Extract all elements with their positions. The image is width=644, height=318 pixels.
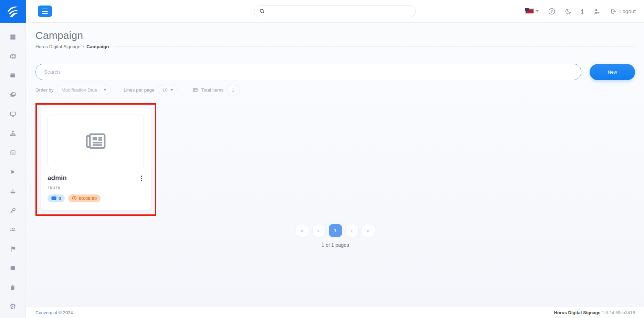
images-icon: [9, 92, 17, 98]
moon-icon: [565, 8, 572, 15]
pagination-summary: 1 of 1 pages: [35, 242, 635, 248]
search-icon: [259, 8, 265, 14]
page-1-button[interactable]: 1: [329, 224, 342, 237]
newspaper-icon: [9, 53, 17, 60]
topbar-actions: ? i Logout: [525, 8, 644, 15]
download-icon: [10, 188, 16, 194]
logout-label: Logout: [620, 8, 636, 14]
list-toolbar: New: [35, 64, 635, 80]
version-text: 1.8.24 59ca3416: [602, 310, 635, 315]
total-items-value: 1: [232, 87, 234, 93]
breadcrumb-current: Campaign: [86, 44, 109, 49]
duration-badge: 00:00:00: [68, 194, 101, 202]
chevron-down-icon: [170, 89, 173, 91]
copyright-text: © 2024: [59, 310, 73, 315]
breadcrumb: Horus Digital Signage/Campaign: [35, 44, 635, 49]
page-title: Campaign: [35, 30, 635, 41]
sidebar-item-settings[interactable]: ⚙: [0, 297, 26, 316]
sidebar-item-trash[interactable]: [0, 278, 26, 297]
sidebar-item-users[interactable]: [0, 220, 26, 239]
order-by-label: Order by: [35, 87, 54, 93]
about-button[interactable]: i: [581, 8, 583, 15]
order-by-select[interactable]: Modification Date ↓: [57, 85, 112, 95]
next-page-button[interactable]: ›: [345, 224, 359, 237]
sidebar-item-terminals[interactable]: [0, 258, 26, 278]
chevron-down-icon: [104, 89, 106, 91]
trash-icon: [10, 284, 16, 291]
sidebar-item-tags[interactable]: [0, 239, 26, 258]
sidebar-item-licenses[interactable]: [0, 201, 26, 220]
logout-button[interactable]: Logout: [610, 8, 636, 14]
clock-icon: [72, 196, 77, 201]
breadcrumb-divider: [115, 46, 635, 47]
content: Campaign Horus Digital Signage/Campaign …: [26, 23, 644, 307]
play-icon: [10, 169, 16, 175]
info-icon: i: [581, 8, 583, 15]
help-button[interactable]: ?: [548, 8, 556, 15]
campaign-search: [35, 64, 581, 80]
prev-page-button[interactable]: ‹: [312, 224, 326, 237]
question-circle-icon: ?: [548, 8, 556, 15]
duration-value: 00:00:00: [79, 196, 97, 201]
chevron-down-icon: [536, 10, 539, 12]
campaign-thumbnail: [47, 115, 144, 168]
sidebar-item-campaign[interactable]: [0, 46, 26, 66]
sidebar-item-downloads[interactable]: [0, 181, 26, 201]
sidebar-item-layout[interactable]: [0, 66, 26, 85]
menu-toggle-button[interactable]: [38, 6, 52, 17]
user-gear-icon: [593, 8, 601, 15]
svg-text:?: ?: [551, 9, 553, 13]
breadcrumb-root-link[interactable]: Horus Digital Signage: [35, 44, 81, 49]
logout-icon: [610, 8, 616, 14]
language-selector[interactable]: [525, 8, 539, 14]
pagination: « ‹ 1 › »: [35, 224, 635, 237]
falcon-logo-icon: [4, 3, 22, 19]
us-flag-icon: [525, 8, 534, 14]
sidebar-item-playlist[interactable]: [0, 162, 26, 181]
topbar: ? i Logout: [26, 0, 644, 23]
campaign-badges: 0 00:00:00: [47, 194, 144, 202]
main-column: ? i Logout Campaign: [26, 0, 644, 318]
campaign-search-input[interactable]: [44, 69, 573, 75]
screen-count-value: 0: [59, 196, 61, 201]
lines-per-page-label: Lines per page: [124, 87, 154, 93]
window-panel-icon: [9, 72, 16, 78]
monitor-icon: [9, 111, 17, 117]
horus-logo: [0, 0, 26, 23]
table-list-icon: [192, 87, 198, 93]
dashboard-grid-icon: [10, 34, 16, 40]
users-icon: [9, 226, 17, 233]
flag-icon: [10, 246, 16, 252]
new-campaign-button[interactable]: New: [590, 64, 635, 80]
filter-bar: Order by Modification Date ↓ Lines per p…: [35, 85, 635, 95]
footer: Convergint © 2024 Horus Digital Signage …: [26, 307, 644, 318]
dark-mode-toggle[interactable]: [565, 8, 572, 15]
campaign-card[interactable]: admin TESTE 0 00:00:00: [41, 108, 151, 210]
sidebar-item-dashboard[interactable]: [0, 27, 26, 46]
sidebar-item-players[interactable]: [0, 104, 26, 124]
campaign-tag: TESTE: [47, 185, 144, 189]
footer-right: Horus Digital Signage 1.8.24 59ca3416: [554, 310, 635, 315]
gear-icon: ⚙: [9, 303, 16, 310]
calendar-icon: [10, 149, 16, 156]
account-settings-button[interactable]: [593, 8, 601, 15]
card-menu-button[interactable]: [139, 174, 144, 183]
screen-icon: [51, 196, 56, 200]
last-page-button[interactable]: »: [362, 224, 375, 237]
sidebar-item-groups[interactable]: [0, 124, 26, 143]
company-link[interactable]: Convergint: [35, 310, 57, 315]
total-items-badge: 1: [226, 85, 240, 95]
sidebar-item-media[interactable]: [0, 85, 26, 104]
total-items-label: Total items: [201, 87, 224, 93]
screen-count-badge: 0: [47, 194, 65, 202]
global-search-input[interactable]: [268, 9, 411, 14]
first-page-button[interactable]: «: [296, 224, 309, 237]
newspaper-placeholder-icon: [85, 132, 107, 150]
campaign-name: admin: [47, 174, 67, 182]
device-panel-icon: [9, 265, 16, 271]
sidebar-item-schedule[interactable]: [0, 143, 26, 162]
lines-per-page-select[interactable]: 10: [158, 85, 178, 95]
sitemap-icon: [9, 130, 17, 137]
sidebar: ⚙: [0, 0, 26, 318]
app-root: ⚙ ?: [0, 0, 644, 318]
